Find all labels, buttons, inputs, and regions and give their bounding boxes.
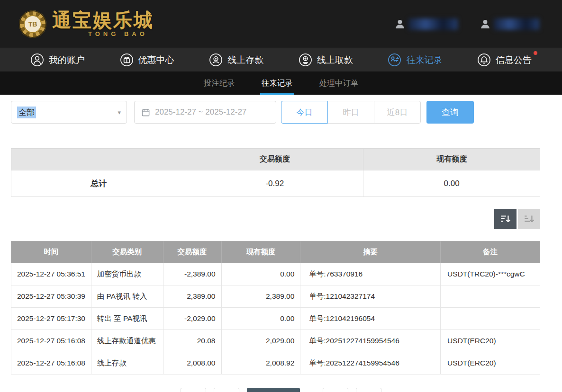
cell-type: 加密货币出款 [91, 263, 163, 285]
records-icon [388, 53, 401, 67]
chip-text: TB [24, 15, 42, 33]
redacted-balance [494, 18, 539, 30]
nav-item-withdraw[interactable]: 线上取款 [299, 53, 353, 67]
date-range-input[interactable]: 2025-12-27 ~ 2025-12-27 [134, 101, 276, 124]
col-amount: 交易额度 [163, 241, 221, 263]
type-select[interactable]: 全部 ▾ [11, 101, 127, 124]
tab-betting-records[interactable]: 投注纪录 [202, 71, 236, 95]
nav-item-announcements[interactable]: 信息公告 [477, 53, 532, 67]
tab-label: 处理中订单 [319, 78, 359, 89]
sort-descending-icon [499, 213, 512, 225]
sort-ascending-icon [523, 213, 535, 225]
type-select-value: 全部 [17, 107, 36, 118]
pagination-button[interactable] [214, 388, 239, 392]
brand-name-en: TONG BAO [52, 30, 154, 37]
cell-remark [441, 285, 540, 308]
chevron-down-icon: ▾ [118, 109, 121, 116]
calendar-icon [141, 108, 150, 117]
sub-nav: 投注纪录 往来记录 处理中订单 [0, 71, 562, 95]
cell-remark [441, 308, 540, 330]
main-nav: 我的账户 优惠中心 线上存款 线上取款 往来记录 信息公告 [0, 48, 562, 71]
summary-total-label: 总计 [11, 170, 186, 197]
cell-balance: 2,389.00 [221, 285, 300, 308]
col-time: 时间 [11, 241, 91, 263]
nav-label: 往来记录 [406, 54, 442, 66]
table-row: 2025-12-27 05:30:39 由 PA视讯 转入 2,389.00 2… [11, 285, 540, 308]
nav-label: 线上存款 [227, 54, 263, 66]
cell-amount: -2,029.00 [163, 308, 221, 330]
sort-ascending-button[interactable] [518, 209, 540, 229]
cell-balance: 2,008.92 [221, 352, 300, 374]
tab-transaction-records[interactable]: 往来记录 [260, 71, 294, 95]
summary-header-amount: 交易额度 [186, 149, 363, 170]
pagination-button[interactable] [181, 388, 206, 392]
nav-item-my-account[interactable]: 我的账户 [30, 53, 85, 67]
cell-balance: 0.00 [221, 308, 300, 330]
col-balance: 现有额度 [221, 241, 300, 263]
nav-item-promotions[interactable]: 优惠中心 [120, 53, 174, 67]
user-icon [30, 53, 44, 67]
quick-range-group: 今日 昨日 近8日 [281, 101, 421, 124]
tab-label: 投注纪录 [204, 78, 235, 89]
top-header: TB 通宝娱乐城 TONG BAO [0, 0, 562, 48]
nav-label: 信息公告 [496, 54, 532, 66]
summary-total-amount: -0.92 [186, 170, 363, 197]
pagination-button-active[interactable] [247, 388, 300, 392]
cell-balance: 2,029.00 [221, 330, 300, 352]
cell-remark: USDT(TRC20)-***cgwC [441, 263, 540, 285]
last-8-days-button[interactable]: 近8日 [374, 101, 421, 124]
col-summary: 摘要 [300, 241, 441, 263]
cell-amount: 2,389.00 [163, 285, 221, 308]
table-row: 2025-12-27 05:16:08 线上存款 2,008.00 2,008.… [11, 352, 540, 374]
cell-amount: -2,389.00 [163, 263, 221, 285]
tab-label: 往来记录 [262, 78, 293, 89]
withdraw-icon [299, 53, 312, 67]
cell-summary: 单号:121042327174 [300, 285, 441, 308]
summary-header-balance: 现有额度 [363, 149, 540, 170]
today-button[interactable]: 今日 [281, 101, 328, 124]
search-button[interactable]: 查询 [426, 101, 474, 124]
nav-item-deposit[interactable]: 线上存款 [209, 53, 263, 67]
user-slot-2 [480, 18, 539, 30]
avatar-icon [394, 18, 406, 30]
sort-controls [0, 209, 540, 229]
avatar-icon [480, 18, 491, 30]
deposit-icon [209, 53, 223, 67]
nav-label: 我的账户 [49, 54, 85, 66]
cell-type: 线上存款通道优惠 [91, 330, 163, 352]
pagination-bar [0, 388, 562, 392]
pagination-button[interactable] [356, 388, 381, 392]
cell-time: 2025-12-27 05:36:51 [11, 263, 91, 285]
table-header-row: 时间 交易类别 交易额度 现有额度 摘要 备注 [11, 241, 540, 263]
table-row: 2025-12-27 05:17:30 转出 至 PA视讯 -2,029.00 … [11, 308, 540, 330]
brand-text: 通宝娱乐城 TONG BAO [52, 10, 154, 37]
sort-descending-button[interactable] [494, 209, 517, 229]
nav-label: 优惠中心 [138, 54, 174, 66]
summary-header-blank [11, 149, 186, 170]
cell-remark: USDT(ERC20) [441, 352, 540, 374]
cell-summary: 单号:202512274159954546 [300, 330, 441, 352]
notification-dot [534, 51, 537, 55]
brand-name-cn: 通宝娱乐城 [52, 10, 154, 29]
gift-icon [120, 53, 134, 67]
pagination-button[interactable] [323, 388, 348, 392]
cell-type: 转出 至 PA视讯 [91, 308, 163, 330]
cell-amount: 2,008.00 [163, 352, 221, 374]
nav-item-transaction-records[interactable]: 往来记录 [388, 53, 442, 67]
date-range-value: 2025-12-27 ~ 2025-12-27 [155, 107, 246, 117]
cell-time: 2025-12-27 05:16:08 [11, 330, 91, 352]
records-table-section: 时间 交易类别 交易额度 现有额度 摘要 备注 2025-12-27 05:36… [11, 241, 540, 374]
table-row: 2025-12-27 05:16:08 线上存款通道优惠 20.08 2,029… [11, 330, 540, 352]
brand-logo[interactable]: TB 通宝娱乐城 TONG BAO [19, 10, 154, 38]
records-table: 时间 交易类别 交易额度 现有额度 摘要 备注 2025-12-27 05:36… [11, 241, 540, 374]
yesterday-button[interactable]: 昨日 [327, 101, 374, 124]
col-remark: 备注 [441, 241, 540, 263]
cell-time: 2025-12-27 05:16:08 [11, 352, 91, 374]
cell-type: 线上存款 [91, 352, 163, 374]
nav-label: 线上取款 [317, 54, 353, 66]
casino-chip-icon: TB [19, 10, 46, 38]
tab-processing-orders[interactable]: 处理中订单 [318, 71, 360, 95]
bell-icon [477, 53, 491, 67]
summary-total-balance: 0.00 [363, 170, 540, 197]
cell-summary: 单号:202512274159954546 [300, 352, 441, 374]
